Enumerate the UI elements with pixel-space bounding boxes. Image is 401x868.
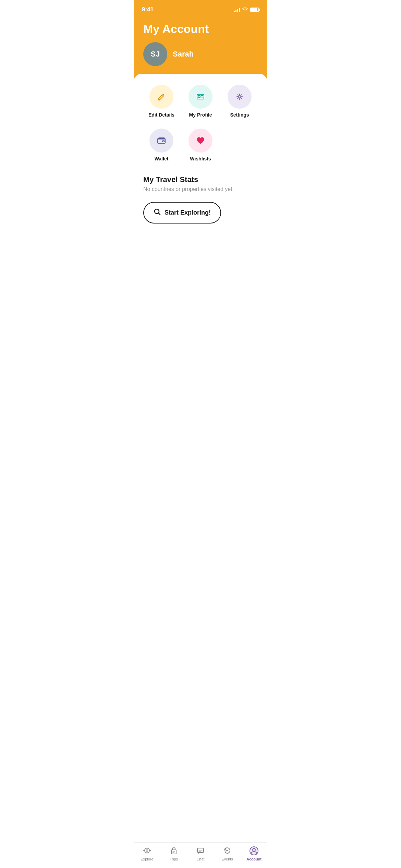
user-name: Sarah <box>173 50 194 59</box>
start-exploring-button[interactable]: Start Exploring! <box>143 202 221 224</box>
page-title: My Account <box>143 23 258 35</box>
status-time: 9:41 <box>142 6 154 13</box>
heart-icon <box>195 135 206 146</box>
wallet-item[interactable]: Wallet <box>143 129 180 161</box>
svg-point-2 <box>239 96 241 98</box>
my-profile-label: My Profile <box>189 112 212 118</box>
wallet-label: Wallet <box>155 156 169 161</box>
my-profile-icon-circle <box>189 85 212 109</box>
user-row: SJ Sarah <box>143 42 258 66</box>
my-profile-item[interactable]: My Profile <box>182 85 219 118</box>
edit-details-icon-circle <box>149 85 173 109</box>
travel-stats-section: My Travel Stats No countries or properti… <box>143 175 258 192</box>
travel-stats-title: My Travel Stats <box>143 175 258 184</box>
status-icons <box>234 7 259 13</box>
avatar[interactable]: SJ <box>143 42 167 66</box>
status-bar: 9:41 <box>134 0 267 17</box>
settings-item[interactable]: Settings <box>221 85 258 118</box>
settings-icon-circle <box>228 85 252 109</box>
wallet-icon-circle <box>149 129 173 153</box>
menu-grid-bottom: Wallet Wishlists <box>143 129 258 161</box>
settings-label: Settings <box>230 112 249 118</box>
search-icon <box>154 208 161 217</box>
menu-grid-top: Edit Details My Profile <box>143 85 258 118</box>
wishlists-label: Wishlists <box>190 156 211 161</box>
wishlists-icon-circle <box>189 129 212 153</box>
profile-card-icon <box>195 91 206 102</box>
main-content: Edit Details My Profile <box>134 74 267 279</box>
battery-icon <box>250 8 259 12</box>
travel-stats-subtitle: No countries or properties visited yet. <box>143 186 258 192</box>
gear-icon <box>234 91 245 102</box>
svg-rect-4 <box>162 141 165 142</box>
start-exploring-label: Start Exploring! <box>165 209 211 216</box>
header: My Account SJ Sarah <box>134 17 267 80</box>
wishlists-item[interactable]: Wishlists <box>182 129 219 161</box>
wallet-icon <box>156 135 167 146</box>
pencil-icon <box>156 91 167 102</box>
edit-details-item[interactable]: Edit Details <box>143 85 180 118</box>
signal-icon <box>234 7 240 12</box>
edit-details-label: Edit Details <box>148 112 174 118</box>
wifi-icon <box>242 7 248 13</box>
